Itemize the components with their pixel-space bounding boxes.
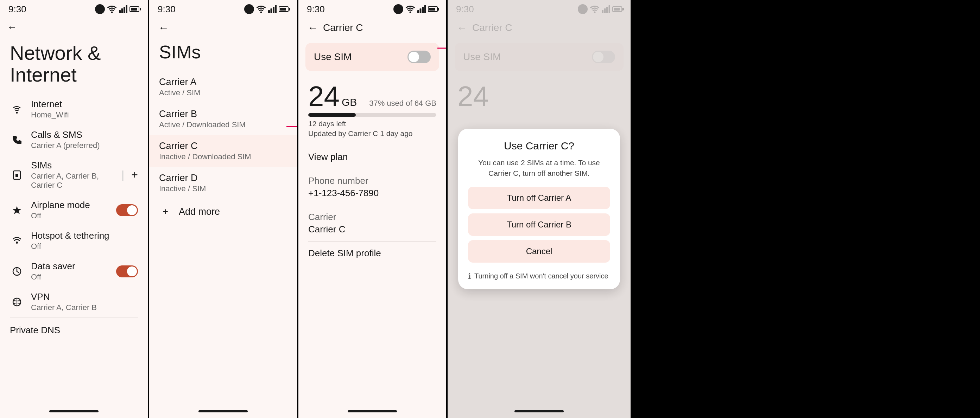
view-plan-item[interactable]: View plan [298,145,446,169]
add-more-item[interactable]: + Add more [149,199,297,224]
list-item-calls-sms[interactable]: Calls & SMS Carrier A (preferred) [0,125,148,155]
list-item-hotspot[interactable]: Hotspot & tethering Off [0,225,148,256]
list-item-airplane[interactable]: Airplane mode Off [0,195,148,225]
sims-text: SIMs Carrier A, Carrier B, Carrier C [31,160,119,190]
vpn-icon [10,295,24,309]
carrier-a-sublabel: Active / SIM [159,88,287,97]
airplane-toggle[interactable] [116,204,138,216]
carrier-c-text: Carrier C Inactive / Downloaded SIM [159,141,287,162]
dialog-overlay: Use Carrier C? You can use 2 SIMs at a t… [448,0,631,418]
list-item-datasaver[interactable]: Data saver Off [0,256,148,287]
turn-off-carrier-b-button[interactable]: Turn off Carrier B [468,214,610,236]
airplane-icon [10,203,24,217]
list-item-privatedns[interactable]: Private DNS [0,317,148,343]
back-button-1[interactable]: ← [0,17,148,38]
hotspot-icon [10,234,24,248]
svg-rect-3 [126,5,128,13]
use-sim-row: Use SIM [305,43,439,71]
list-item-internet[interactable]: Internet Home_Wifi [0,94,148,125]
airplane-label: Airplane mode [31,200,116,211]
page-title-1: Network & Internet [0,38,148,94]
home-indicator-4 [514,410,564,412]
vpn-sublabel: Carrier A, Carrier B [31,303,138,312]
svg-rect-0 [119,10,121,13]
carrier-item-label: Carrier [308,212,436,223]
back-button-2[interactable]: ← [156,20,171,36]
delete-sim-item[interactable]: Delete SIM profile [298,242,446,265]
datasaver-label: Data saver [31,261,116,272]
carrier-item: Carrier Carrier C [298,205,446,241]
privatedns-text: Private DNS [10,325,138,336]
internet-text: Internet Home_Wifi [31,99,138,120]
datasaver-toggle-thumb [127,266,137,276]
calls-sms-sublabel: Carrier A (preferred) [31,141,138,150]
dialog-footer-text: Turning off a SIM won't cancel your serv… [474,271,608,281]
datasaver-toggle[interactable] [116,265,138,277]
home-indicator-1 [49,410,99,412]
view-plan-label: View plan [308,152,436,162]
carrier-d-sublabel: Inactive / SIM [159,184,287,193]
carrier-c-item[interactable]: Carrier C Inactive / Downloaded SIM [149,135,297,167]
panel-sims: 9:30 ← SIMs Carrier A Active / SIM Carri… [149,0,297,418]
use-sim-toggle[interactable] [407,51,431,63]
camera-dot-3 [393,4,403,14]
updated-by: Updated by Carrier C 1 day ago [308,129,436,138]
sims-page-title: SIMs [149,37,297,71]
back-row-3: ← Carrier C [298,17,446,37]
svg-rect-17 [424,5,426,13]
svg-point-5 [16,242,18,244]
hotspot-label: Hotspot & tethering [31,230,138,241]
hotspot-text: Hotspot & tethering Off [31,230,138,251]
status-bar-3: 9:30 [298,0,446,17]
wifi-icon-2 [256,5,266,13]
carrier-b-sublabel: Active / Downloaded SIM [159,120,287,129]
signal-icon-3 [417,5,426,13]
phone-number-value: +1-123-456-7890 [308,188,436,199]
calls-sms-text: Calls & SMS Carrier A (preferred) [31,129,138,150]
home-indicator-3 [348,410,397,412]
home-indicator-2 [199,410,248,412]
svg-rect-8 [268,10,270,13]
turn-off-carrier-a-button[interactable]: Turn off Carrier A [468,187,610,209]
sims-sublabel: Carrier A, Carrier B, Carrier C [31,171,119,190]
carrier-b-item[interactable]: Carrier B Active / Downloaded SIM [149,103,297,135]
carrier-item-value: Carrier C [308,224,436,235]
data-unit: GB [342,96,357,108]
svg-rect-11 [275,5,277,13]
use-sim-toggle-thumb [409,52,419,62]
carrier-d-item[interactable]: Carrier D Inactive / SIM [149,167,297,199]
svg-rect-15 [420,8,422,13]
back-button-3[interactable]: ← [305,20,320,36]
back-row-2: ← [149,17,297,37]
svg-rect-14 [417,10,419,13]
internet-sublabel: Home_Wifi [31,110,138,120]
add-sim-button[interactable]: + [131,168,138,181]
svg-rect-16 [422,7,424,13]
carrier-a-text: Carrier A Active / SIM [159,77,287,97]
phone-number-item: Phone number +1-123-456-7890 [298,169,446,205]
wifi-icon-1 [107,5,117,13]
svg-rect-10 [273,7,274,13]
list-item-sims[interactable]: SIMs Carrier A, Carrier B, Carrier C | + [0,155,148,195]
camera-dot-2 [244,4,254,14]
carrier-a-label: Carrier A [159,77,287,87]
wifi-nav-icon [10,102,24,116]
airplane-text: Airplane mode Off [31,200,116,220]
carrier-c-page-title: Carrier C [323,22,363,33]
cancel-button[interactable]: Cancel [468,240,610,263]
carrier-b-text: Carrier B Active / Downloaded SIM [159,109,287,129]
sims-label: SIMs [31,160,119,171]
dialog-footer: ℹ Turning off a SIM won't cancel your se… [468,270,610,281]
list-item-vpn[interactable]: VPN Carrier A, Carrier B [0,287,148,317]
panel-dialog: 9:30 ← Carrier C Use SIM 24 [448,0,631,418]
internet-label: Internet [31,99,138,110]
carrier-a-item[interactable]: Carrier A Active / SIM [149,71,297,103]
signal-icon-2 [268,5,277,13]
carrier-c-sublabel: Inactive / Downloaded SIM [159,152,287,162]
use-sim-label: Use SIM [314,51,407,63]
privatedns-label: Private DNS [10,325,138,336]
data-percent: 37% used of 64 GB [369,99,436,108]
status-icons-1 [95,4,139,14]
sims-right: | + [119,168,138,181]
use-carrier-c-dialog: Use Carrier C? You can use 2 SIMs at a t… [458,129,620,289]
